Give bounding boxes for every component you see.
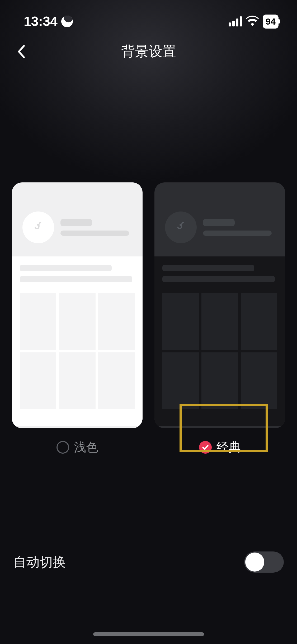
- grid-cell: [241, 352, 277, 409]
- theme-preview-classic: [154, 182, 285, 428]
- placeholder-line: [20, 265, 112, 271]
- placeholder-line: [203, 219, 235, 226]
- cellular-signal-icon: [229, 16, 242, 26]
- home-indicator: [93, 632, 204, 636]
- grid-cell: [162, 352, 199, 409]
- radio-checked-icon: [199, 441, 212, 454]
- placeholder-line: [162, 265, 254, 271]
- grid-cell: [98, 293, 135, 350]
- grid-cell: [59, 352, 95, 409]
- placeholder-line: [60, 219, 92, 226]
- grid-cell: [20, 293, 56, 350]
- placeholder-line: [203, 231, 272, 236]
- status-right: 94: [229, 15, 279, 29]
- status-bar: 13:34 94: [0, 0, 297, 32]
- status-left: 13:34: [24, 14, 73, 29]
- do-not-disturb-moon-icon: [60, 14, 74, 29]
- placeholder-line: [60, 231, 129, 236]
- grid-cell: [98, 352, 135, 409]
- avatar-placeholder-icon: [22, 211, 54, 243]
- avatar-placeholder-icon: [165, 211, 197, 243]
- auto-switch-toggle[interactable]: [244, 551, 284, 573]
- theme-option-classic[interactable]: 经典: [154, 182, 285, 455]
- battery-indicator: 94: [263, 15, 279, 29]
- radio-unchecked-icon: [56, 441, 69, 454]
- status-time: 13:34: [24, 14, 58, 29]
- back-button[interactable]: [13, 44, 29, 59]
- battery-percent: 94: [266, 16, 276, 27]
- placeholder-line: [162, 276, 275, 282]
- chevron-left-icon: [17, 45, 25, 58]
- toggle-knob: [245, 553, 264, 572]
- grid-cell: [201, 352, 238, 409]
- theme-preview-light: [12, 182, 143, 428]
- auto-switch-label: 自动切换: [13, 553, 66, 571]
- nav-header: 背景设置: [0, 32, 297, 71]
- grid-cell: [201, 293, 238, 350]
- placeholder-line: [20, 276, 132, 282]
- theme-classic-label: 经典: [216, 439, 241, 456]
- theme-light-label: 浅色: [74, 439, 98, 456]
- page-title: 背景设置: [121, 42, 176, 61]
- grid-cell: [241, 293, 277, 350]
- grid-cell: [59, 293, 95, 350]
- theme-options-row: 浅色: [0, 71, 297, 455]
- grid-cell: [162, 293, 199, 350]
- auto-switch-row: 自动切换: [0, 551, 297, 573]
- theme-light-radio[interactable]: 浅色: [56, 439, 98, 455]
- theme-classic-radio[interactable]: 经典: [199, 439, 241, 455]
- theme-option-light[interactable]: 浅色: [12, 182, 143, 455]
- wifi-icon: [246, 16, 259, 27]
- grid-cell: [20, 352, 56, 409]
